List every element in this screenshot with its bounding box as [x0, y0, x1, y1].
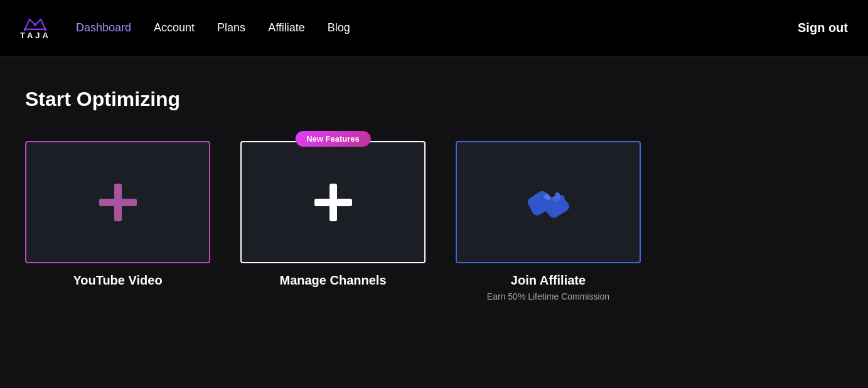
main-content: Start Optimizing YouTube Video New Featu…: [0, 56, 868, 333]
logo-text: TAJA: [20, 31, 51, 40]
join-affiliate-label: Join Affiliate: [511, 273, 586, 288]
manage-channels-card-wrapper: New Features Manage Channels: [240, 141, 426, 288]
logo[interactable]: TAJA: [20, 16, 51, 40]
signout-button[interactable]: Sign out: [798, 21, 848, 35]
join-affiliate-card-wrapper: Join Affiliate Earn 50% Lifetime Commiss…: [456, 141, 641, 301]
youtube-video-card-wrapper: YouTube Video: [25, 141, 210, 288]
cards-row: YouTube Video New Features Manage Channe…: [25, 141, 843, 301]
nav-links: Dashboard Account Plans Affiliate Blog: [76, 21, 798, 34]
nav-account[interactable]: Account: [154, 21, 195, 34]
join-affiliate-card[interactable]: [456, 141, 641, 263]
navbar: TAJA Dashboard Account Plans Affiliate B…: [0, 0, 868, 56]
handshake-icon: [523, 184, 574, 221]
crown-icon: [24, 16, 46, 31]
svg-point-3: [34, 23, 37, 26]
manage-channels-label: Manage Channels: [279, 273, 386, 288]
plus-purple-icon: [99, 184, 137, 221]
page-title: Start Optimizing: [25, 88, 843, 111]
youtube-video-label: YouTube Video: [73, 273, 162, 288]
plus-white-icon: [314, 184, 352, 221]
manage-channels-card[interactable]: New Features: [240, 141, 426, 263]
nav-affiliate[interactable]: Affiliate: [268, 21, 305, 34]
join-affiliate-sublabel: Earn 50% Lifetime Commission: [487, 291, 609, 301]
nav-dashboard[interactable]: Dashboard: [76, 21, 131, 34]
nav-blog[interactable]: Blog: [328, 21, 350, 34]
nav-plans[interactable]: Plans: [217, 21, 245, 34]
new-features-badge: New Features: [295, 131, 371, 147]
youtube-video-card[interactable]: [25, 141, 210, 263]
